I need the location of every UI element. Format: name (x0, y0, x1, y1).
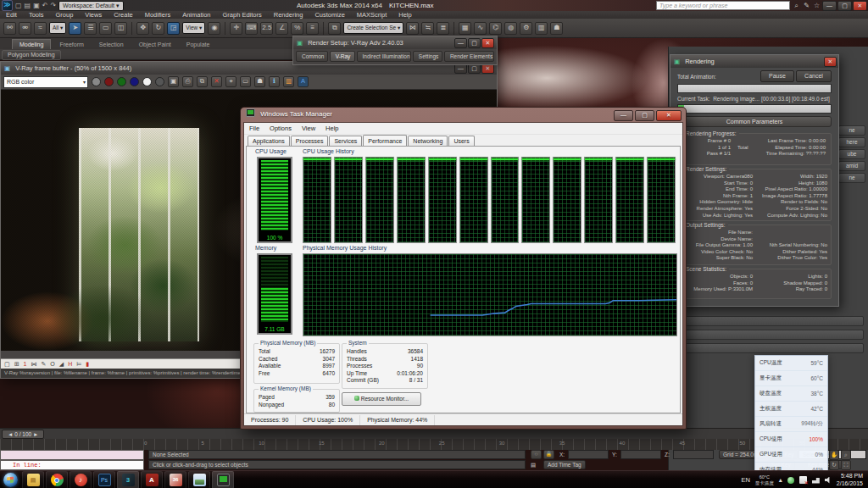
maximize-button[interactable]: ▢ (837, 1, 852, 11)
cancel-button[interactable]: Cancel (796, 70, 832, 82)
rendering-titlebar[interactable]: ▣ Rendering ✕ (670, 55, 838, 68)
select-and-link-icon[interactable]: ⚯ (3, 22, 16, 35)
select-object-icon[interactable]: ➤ (69, 22, 81, 35)
tm-menu-item[interactable]: Options (264, 125, 297, 132)
pause-button[interactable]: Pause (760, 70, 794, 82)
schematic-view-icon[interactable]: ⌬ (489, 22, 502, 35)
menu-item[interactable]: MAXScript (351, 11, 392, 19)
tray-antivirus-icon[interactable] (787, 477, 794, 484)
start-orb[interactable] (3, 473, 18, 487)
vfb-render-last-icon[interactable]: ▮ (86, 360, 89, 369)
network-icon[interactable] (812, 477, 820, 484)
maxscript-macro-recorder[interactable] (0, 450, 144, 460)
isolate-selection-icon[interactable]: ◌ (531, 450, 542, 459)
vfb-teapot-icon[interactable]: ☗ (254, 76, 265, 87)
menu-item[interactable]: Rendering (268, 11, 309, 19)
y-coord-field[interactable] (620, 450, 661, 459)
render-setup-titlebar[interactable]: ▣ Render Setup: V-Ray Adv 2.40.03 — ▢ ✕ (293, 36, 497, 49)
spinner-snap-icon[interactable]: ≡ (306, 22, 319, 35)
primitive-button-fragment[interactable]: ne (838, 173, 865, 183)
menu-item[interactable]: Customize (309, 11, 350, 19)
rendering-close-button[interactable]: ✕ (824, 57, 837, 67)
rsetup-close-button[interactable]: ✕ (481, 38, 494, 48)
select-and-scale-icon[interactable]: ◲ (167, 22, 180, 35)
vfb-h-icon[interactable]: H (68, 360, 72, 369)
speaker-icon[interactable] (825, 477, 832, 484)
vfb-alpha-channel-icon[interactable] (142, 77, 152, 86)
action-center-flag-icon[interactable] (799, 476, 807, 484)
keyboard-shortcut-icon[interactable]: ⌨ (245, 22, 258, 35)
primitive-button-fragment[interactable]: here (838, 137, 865, 147)
vfb-duplicate-icon[interactable]: ⧉ (197, 76, 208, 87)
taskbar-clock[interactable]: 5:48 PM2/16/2015 (837, 473, 863, 487)
tm-tab[interactable]: Applications (248, 136, 290, 146)
max-app-logo-icon[interactable]: ≫ (2, 0, 13, 11)
vfb-save-image-icon[interactable]: ▣ (168, 76, 179, 87)
favorites-star-icon[interactable]: ☆ (813, 2, 821, 9)
command-panel-rollout[interactable] (674, 330, 864, 340)
menu-item[interactable]: Views (79, 11, 108, 19)
vfb-blue-channel-icon[interactable] (130, 77, 139, 86)
render-setup-tab[interactable]: Indirect Illumination (357, 51, 411, 62)
primitive-button-fragment[interactable]: amid (838, 161, 865, 171)
tm-tab[interactable]: Services (329, 136, 362, 146)
z-coord-field[interactable] (673, 450, 714, 459)
menu-item[interactable]: Help (392, 11, 417, 19)
language-indicator[interactable]: EN (741, 476, 749, 484)
render-setup-icon[interactable]: ⚙ (520, 22, 532, 35)
render-production-icon[interactable]: ☗ (550, 22, 563, 35)
taskbar-photoshop[interactable]: Ps (93, 471, 115, 488)
named-selection-set-dropdown[interactable]: Create Selection Se ▾ (343, 22, 403, 34)
render-setup-tab[interactable]: Render Elements (444, 51, 494, 62)
command-panel-rollout[interactable] (674, 343, 864, 353)
ribbon-tab[interactable]: Populate (180, 40, 217, 49)
vfb-circle-icon[interactable]: O (50, 360, 54, 369)
taskbar-photo-viewer[interactable] (188, 471, 210, 488)
menu-item[interactable]: Create (108, 11, 139, 19)
unlink-icon[interactable]: ⚮ (19, 22, 31, 35)
percent-snap-icon[interactable]: % (291, 22, 303, 35)
vfb-info-icon[interactable]: ℹ (269, 76, 280, 87)
rect-selection-region-icon[interactable]: ▭ (99, 22, 112, 35)
use-pivot-center-icon[interactable]: ◉ (208, 22, 220, 35)
vfb-srgb-icon[interactable] (92, 77, 101, 86)
rendered-frame-window-icon[interactable]: ▥ (535, 22, 548, 35)
open-file-icon[interactable]: ▤ (25, 1, 31, 10)
menu-item[interactable]: Edit (0, 11, 23, 19)
vfb-red-channel-icon[interactable] (104, 77, 114, 86)
taskbar-badge-app[interactable]: 36 (164, 471, 186, 488)
search-input[interactable]: Type a keyword or phrase (656, 1, 790, 10)
vfb-green-channel-icon[interactable] (117, 77, 126, 86)
menu-item[interactable]: Modifiers (139, 11, 176, 19)
vfb-grid-icon[interactable]: ⊞ (14, 360, 19, 369)
rsetup-maximize-button[interactable]: ▢ (468, 38, 481, 48)
ribbon-tab[interactable]: Freeform (53, 40, 90, 49)
vfb-stamp-icon[interactable]: ◢ (59, 360, 64, 369)
vfb-clear-image-icon[interactable]: ✕ (211, 76, 222, 87)
render-setup-tab[interactable]: V-Ray (330, 51, 355, 62)
tm-tab[interactable]: Performance (363, 135, 407, 147)
minimize-button[interactable]: — (822, 1, 837, 11)
bind-spacewarp-icon[interactable]: ≈ (34, 22, 47, 35)
taskbar-autocad[interactable]: A (141, 471, 163, 488)
select-and-move-icon[interactable]: ✥ (136, 22, 149, 35)
layer-manager-icon[interactable]: ≣ (437, 22, 449, 35)
time-slider[interactable]: ◄ 0 / 100 ► (2, 430, 44, 439)
zoom-icon[interactable]: ⌕ (841, 450, 851, 460)
window-crossing-icon[interactable]: ◫ (114, 22, 127, 35)
tm-menu-item[interactable]: Help (320, 125, 343, 132)
rsetup-minimize-button[interactable]: — (454, 38, 467, 48)
tm-close-button[interactable]: ✕ (656, 110, 682, 121)
menu-item[interactable]: Group (49, 11, 79, 19)
menu-item[interactable]: Graph Editors (217, 11, 268, 19)
search-icon[interactable]: ⌕ (793, 2, 800, 9)
primitive-button-fragment[interactable]: ube (838, 149, 865, 159)
angle-snap-icon[interactable]: ∠ (275, 22, 288, 35)
vfb-hh-icon[interactable]: ⊨ (76, 360, 81, 369)
taskbar-task-manager[interactable] (212, 471, 234, 488)
task-manager-titlebar[interactable]: Windows Task Manager — ▢ ✕ (241, 108, 686, 122)
ribbon-tab[interactable]: Object Paint (132, 40, 178, 49)
select-manipulate-icon[interactable]: ✛ (230, 22, 242, 35)
polygon-modeling-panel[interactable]: Polygon Modeling (2, 50, 61, 60)
render-setup-tab[interactable]: Common (296, 51, 328, 62)
